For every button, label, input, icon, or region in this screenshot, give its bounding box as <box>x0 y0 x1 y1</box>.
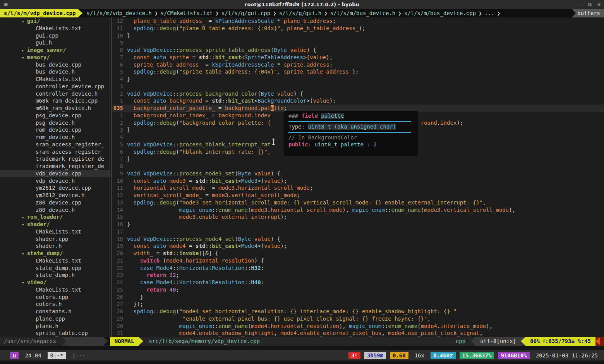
code-line[interactable]: 12 plane_b_table_address_ = kPlaneAddres… <box>112 17 604 25</box>
buffers-button[interactable]: buffers <box>576 9 604 17</box>
tree-item-file[interactable]: state_dump.h <box>0 271 110 279</box>
tree-item-file[interactable]: sprite_table.cpp <box>0 330 110 337</box>
code-line[interactable]: 5 spdlog::debug("sprite table address: {… <box>112 68 604 76</box>
tab-inactive-buffer[interactable]: s/l/s/m/bus_device.cpp <box>404 10 476 16</box>
tree-item-file[interactable]: constants.h <box>0 308 110 315</box>
code-line[interactable]: 3 <box>112 83 604 90</box>
tree-item-file[interactable]: state_dump.cpp <box>0 264 110 272</box>
code-line[interactable]: 19 const auto mode4 = std::bit_cast<Mode… <box>112 242 604 250</box>
tree-item-file[interactable]: sram_access_register_ <box>0 148 110 156</box>
code-line[interactable]: 6 sprite_table_address_ = kSpriteAddress… <box>112 61 604 69</box>
terminal-menu-icon[interactable]: ≡ <box>4 2 8 7</box>
code-line[interactable]: 23 return 32; <box>112 271 604 279</box>
tree-item-folder[interactable]: ▸rom_loader/ <box>0 213 110 221</box>
code-line[interactable]: 11 spdlog::debug("plane B table address:… <box>112 25 604 32</box>
code-line[interactable]: 15 mode3.enable_external_interrupt); <box>112 213 604 221</box>
tab-inactive-buffer[interactable]: s/l/s/m/vdp_device.h <box>86 10 152 16</box>
tree-item-file[interactable]: vdp_device.cpp <box>0 170 110 177</box>
tree-item-file[interactable]: m68k_ram_device.h <box>0 105 110 112</box>
tree-item-file[interactable]: plane.cpp <box>0 315 110 323</box>
tree-item-file[interactable]: CMakeLists.txt <box>0 25 110 32</box>
tree-item-file[interactable]: CMakeLists.txt <box>0 228 110 235</box>
code-line[interactable]: 2void VdpDevice::process_background_colo… <box>112 90 604 98</box>
code-line[interactable]: 7} <box>112 155 604 163</box>
code-line[interactable]: 29 "enable_external_pixel_bus: {} use_pi… <box>112 315 604 323</box>
code-line[interactable]: 21 switch (mode4.horizontal_resolution) … <box>112 257 604 264</box>
code-line[interactable]: 24 case Mode4::HorizontalResolution::H40… <box>112 279 604 286</box>
code-line[interactable]: 30 magic_enum::enum_name(mode4.horizonta… <box>112 323 604 330</box>
tab-active-buffer[interactable]: s/l/s/m/vdp_device.cpp <box>0 9 78 17</box>
tree-item-file[interactable]: psg_device.cpp <box>0 112 110 119</box>
code-line[interactable]: 13 spdlog::debug("mode3 set horizontal_s… <box>112 199 604 206</box>
tree-item-file[interactable]: colors.cpp <box>0 294 110 301</box>
folder-collapsed-icon[interactable]: ▸ <box>22 48 27 53</box>
tree-item-file[interactable]: CMakeLists.txt <box>0 76 110 83</box>
code-line[interactable]: 16} <box>112 221 604 228</box>
folder-expanded-icon[interactable]: ▾ <box>22 55 27 60</box>
tree-item-folder[interactable]: ▾shader/ <box>0 221 110 228</box>
code-line[interactable]: 10} <box>112 32 604 39</box>
code-line[interactable]: 8 <box>112 163 604 170</box>
tree-item-file[interactable]: m68k_ram_device.cpp <box>0 97 110 105</box>
tree-item-file[interactable]: rom_device.h <box>0 134 110 141</box>
tree-item-file[interactable]: bus_device.h <box>0 68 110 76</box>
tree-item-file[interactable]: CMakeLists.txt <box>0 257 110 264</box>
tree-item-folder[interactable]: ▾state_dump/ <box>0 250 110 257</box>
folder-expanded-icon[interactable]: ▾ <box>22 19 27 24</box>
code-line[interactable]: 31 mode4.enable_shadow_highlight, mode4.… <box>112 330 604 337</box>
code-line[interactable]: 18void VdpDevice::process_mode4_set(Byte… <box>112 235 604 243</box>
code-line[interactable]: 7 const auto sprite = std::bit_cast<Spri… <box>112 54 604 61</box>
folder-expanded-icon[interactable]: ▾ <box>22 251 27 256</box>
tree-item-file[interactable]: shader.cpp <box>0 235 110 243</box>
code-line[interactable]: 20 width_ = std::invoke([&] { <box>112 250 604 257</box>
tree-item-file[interactable]: trademark_register_de <box>0 155 110 163</box>
tab-inactive-buffer[interactable]: s/l/s/g/gui.cpp <box>221 10 270 16</box>
code-line[interactable]: 17 <box>112 228 604 235</box>
tree-item-file[interactable]: controller_device.h <box>0 90 110 98</box>
tab-inactive-buffer[interactable]: s/l/s/g/gui.h <box>279 10 322 16</box>
tree-item-file[interactable]: psg_device.h <box>0 119 110 127</box>
tree-item-file[interactable]: plane.h <box>0 323 110 330</box>
tree-item-file[interactable]: vdp_device.h <box>0 177 110 185</box>
tab-inactive-buffer[interactable]: s/l/s/m/bus_device.h <box>330 10 396 16</box>
code-line[interactable]: 10 const auto mode3 = std::bit_cast<Mode… <box>112 177 604 185</box>
code-line[interactable]: 1 const auto background = std::bit_cast<… <box>112 97 604 105</box>
tree-item-file[interactable]: rom_device.cpp <box>0 126 110 134</box>
tab-inactive-buffer[interactable]: s/CMakeLists.txt <box>160 10 213 16</box>
code-line[interactable]: 27 }); <box>112 300 604 308</box>
code-line[interactable]: 26 } <box>112 294 604 301</box>
tree-item-file[interactable]: z80_device.h <box>0 206 110 214</box>
tree-item-file[interactable]: ym2612_device.cpp <box>0 184 110 192</box>
minimize-button[interactable]: – <box>580 2 583 7</box>
tree-item-file[interactable]: ym2612_device.h <box>0 192 110 199</box>
code-line[interactable]: 28 spdlog::debug("mode4 set horizontal_r… <box>112 308 604 315</box>
tree-item-folder[interactable]: ▸image_saver/ <box>0 46 110 54</box>
tree-item-file[interactable]: controller_device.cpp <box>0 83 110 90</box>
code-line[interactable]: 25 return 40; <box>112 286 604 294</box>
code-line[interactable]: 12 vertical_scroll_mode_ = mode3.vertica… <box>112 192 604 199</box>
tree-item-file[interactable]: sram_access_register_ <box>0 141 110 148</box>
tree-item-file[interactable]: trademark_register_de <box>0 163 110 170</box>
tree-item-file[interactable]: shader.h <box>0 242 110 250</box>
tree-item-folder[interactable]: ▾video/ <box>0 279 110 286</box>
tree-item-folder[interactable]: ▾memory/ <box>0 54 110 61</box>
tree-item-file[interactable]: bus_device.cpp <box>0 61 110 69</box>
tree-item-file[interactable]: colors.h <box>0 300 110 308</box>
folder-collapsed-icon[interactable]: ▸ <box>22 215 27 220</box>
folder-expanded-icon[interactable]: ▾ <box>22 280 27 285</box>
code-line[interactable]: 9 <box>112 39 604 46</box>
tree-item-folder[interactable]: ▾gui/ <box>0 17 110 25</box>
tree-item-file[interactable]: gui.h <box>0 39 110 46</box>
code-line[interactable]: 9void VdpDevice::process_mode3_set(Byte … <box>112 170 604 177</box>
folder-expanded-icon[interactable]: ▾ <box>22 222 27 227</box>
maximize-button[interactable]: ⧉ <box>588 2 592 7</box>
tree-item-file[interactable]: z80_device.cpp <box>0 199 110 206</box>
tree-item-file[interactable]: gui.cpp <box>0 32 110 39</box>
code-line[interactable]: 8void VdpDevice::process_sprite_table_ad… <box>112 46 604 54</box>
code-line[interactable]: 22 case Mode4::HorizontalResolution::H32… <box>112 264 604 272</box>
tree-item-file[interactable]: CMakeLists.txt <box>0 286 110 294</box>
close-button[interactable]: ✕ <box>597 2 601 7</box>
code-editor[interactable]: 12 plane_b_table_address_ = kPlaneAddres… <box>112 17 604 337</box>
code-line[interactable]: 4} <box>112 76 604 83</box>
code-line[interactable]: 11 horizontal_scroll_mode_ = mode3.horiz… <box>112 184 604 192</box>
